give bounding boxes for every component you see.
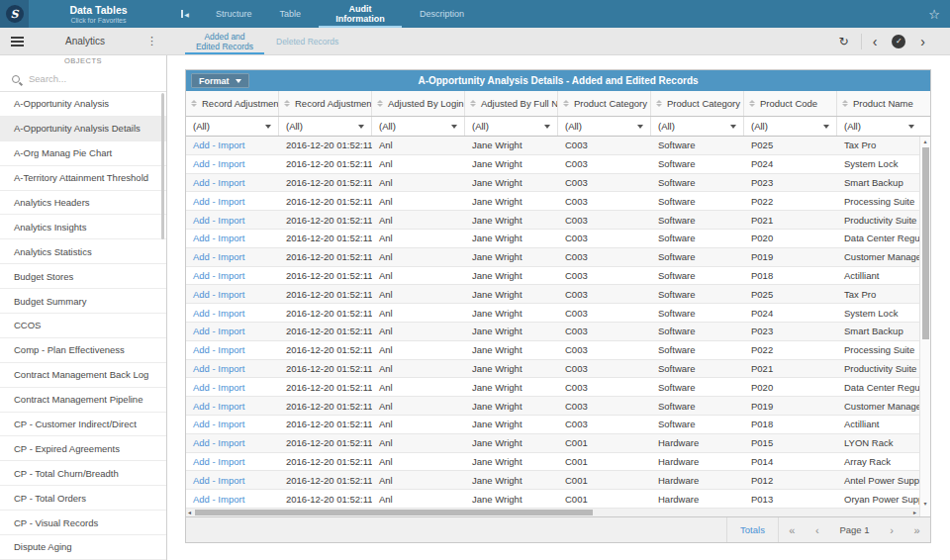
sidebar-item-comp-plan-effectiveness[interactable]: Comp - Plan Effectiveness [0,338,166,363]
sidebar-item-cp-expired-agreements[interactable]: CP - Expired Agreements [0,436,166,461]
collapse-panel-button[interactable]: ◀ [168,0,202,28]
column-header-product-category-id[interactable]: Product Category ID [558,91,651,116]
table-cell: 2016-12-20 01:52:11 [279,270,372,281]
refresh-button[interactable]: ↻ [827,35,861,48]
sidebar-item-a-org-manag-pie-chart[interactable]: A-Org Manag Pie Chart [0,141,166,166]
record-adjustment-link[interactable]: Add - Import [193,363,244,374]
column-header-adjusted-by-full-na[interactable]: Adjusted By Full Na... [465,91,558,116]
search-input[interactable] [29,73,138,84]
tab-structure[interactable]: Structure [202,0,266,28]
record-adjustment-link[interactable]: Add - Import [193,326,244,336]
sidebar-item-contract-management-back-log[interactable]: Contract Management Back Log [0,363,166,388]
record-adjustment-link[interactable]: Add - Import [193,251,244,262]
pagination: « ‹ Page 1 › » [778,517,930,542]
sidebar-item-analytics-insights[interactable]: Analytics Insights [0,215,166,239]
app-logo[interactable]: S [0,0,29,28]
record-adjustment-link[interactable]: Add - Import [193,158,244,169]
record-adjustment-link[interactable]: Add - Import [193,437,244,448]
filter-dropdown-product-category[interactable]: (All) [651,117,744,136]
filter-dropdown-record-adjustment[interactable]: (All) [279,117,372,136]
collapse-panel-icon: ◀ [184,11,189,18]
record-adjustment-link[interactable]: Add - Import [193,401,244,412]
column-header-adjusted-by-login-id[interactable]: Adjusted By Login ID... [372,91,465,116]
apply-button[interactable]: ✓ [892,35,905,48]
column-header-product-code[interactable]: Product Code [744,91,837,116]
app-title-block[interactable]: Data Tables Click for Favorites [29,0,168,28]
record-adjustment-link[interactable]: Add - Import [193,419,244,429]
favorite-star-button[interactable]: ☆ [928,0,950,28]
table-cell: Add - Import [186,196,279,207]
record-adjustment-link[interactable]: Add - Import [193,382,244,393]
sidebar-item-analytics-headers[interactable]: Analytics Headers [0,191,166,216]
vertical-scrollbar[interactable]: ▴ ▾ [919,137,930,509]
filter-dropdown-product-category-id[interactable]: (All) [558,117,651,136]
record-adjustment-link[interactable]: Add - Import [193,308,244,319]
format-button[interactable]: Format [191,73,249,88]
table-cell: P014 [744,456,837,467]
sidebar-item-a-territory-attainment-threshold[interactable]: A-Territory Attainment Threshold [0,166,166,191]
filter-dropdown-product-name[interactable]: (All) [837,117,930,136]
vertical-scroll-thumb[interactable] [922,147,929,339]
record-adjustment-link[interactable]: Add - Import [193,475,244,486]
filter-dropdown-product-code[interactable]: (All) [744,117,837,136]
record-adjustment-link[interactable]: Add - Import [193,196,244,207]
record-adjustment-link[interactable]: Add - Import [193,494,244,505]
record-adjustment-link[interactable]: Add - Import [193,289,244,300]
filter-dropdown-adjusted-by-full-na[interactable]: (All) [465,117,558,136]
sidebar-item-contract-management-pipeline[interactable]: Contract Management Pipeline [0,388,166,413]
column-header-record-adjustment-t[interactable]: Record Adjustment T... [186,91,279,116]
table-cell: Jane Wright [465,289,558,300]
table-cell: Add - Import [186,363,279,374]
sidebar-item-a-opportunity-analysis-details[interactable]: A-Opportunity Analysis Details [0,117,166,141]
scroll-down-icon[interactable]: ▾ [920,499,930,509]
tab-table[interactable]: Table [266,0,316,28]
scroll-left-icon[interactable]: ◂ [188,509,191,516]
prev-page-icon[interactable]: ‹ [815,524,819,536]
column-header-record-adjustment[interactable]: Record Adjustment ... [279,91,372,116]
table-cell: Anl [372,308,465,319]
table-cell: Anl [372,437,465,448]
table-cell: 2016-12-20 01:52:11 [279,363,372,374]
sidebar-item-cp-total-churn-breadth[interactable]: CP - Total Churn/Breadth [0,461,166,486]
record-adjustment-link[interactable]: Add - Import [193,270,244,281]
column-header-product-name[interactable]: Product Name [837,91,930,116]
sidebar-item-cp-visual-records[interactable]: CP - Visual Records [0,511,166,535]
sidebar-scrollbar[interactable] [161,93,164,239]
sidebar-item-cp-total-orders[interactable]: CP - Total Orders [0,486,166,511]
last-page-icon[interactable]: » [914,524,920,536]
totals-link[interactable]: Totals [726,517,778,542]
record-adjustment-link[interactable]: Add - Import [193,456,244,467]
record-adjustment-link[interactable]: Add - Import [193,344,244,355]
record-adjustment-link[interactable]: Add - Import [193,177,244,188]
table-cell: C003 [558,289,651,300]
record-adjustment-link[interactable]: Add - Import [193,215,244,226]
record-adjustment-link[interactable]: Add - Import [193,140,244,150]
next-page-icon[interactable]: › [890,524,894,536]
filter-dropdown-adjusted-by-login-id[interactable]: (All) [372,117,465,136]
subtab-deleted-records[interactable]: Deleted Records [266,28,348,54]
record-adjustment-link[interactable]: Add - Import [193,233,244,243]
subtab-added-and-edited-records[interactable]: Added and Edited Records [183,28,266,54]
scroll-up-icon[interactable]: ▴ [920,137,930,146]
hamburger-menu-button[interactable] [0,28,34,54]
sidebar-item-analytics-statistics[interactable]: Analytics Statistics [0,239,166,264]
horizontal-scroll-thumb[interactable] [195,510,593,515]
sidebar-item-a-opportunity-analysis[interactable]: A-Opportunity Analysis [0,92,166,117]
column-header-product-category[interactable]: Product Category [651,91,744,116]
horizontal-scrollbar[interactable]: ◂ ▸ [186,509,930,516]
kebab-menu-button[interactable]: ⋮ [137,28,167,54]
tab-description[interactable]: Description [406,0,478,28]
sidebar-item-budget-summary[interactable]: Budget Summary [0,289,166,314]
scroll-right-icon[interactable]: ▸ [913,509,916,516]
tab-audit-information[interactable]: Audit Information [315,0,406,28]
filter-value: (All) [565,121,582,132]
sidebar-item-cp-customer-indirect-direct[interactable]: CP - Customer Indirect/Direct [0,413,166,437]
next-button[interactable]: › [909,34,936,49]
first-page-icon[interactable]: « [789,524,795,536]
sidebar-item-ccos[interactable]: CCOS [0,314,166,338]
sidebar-item-budget-stores[interactable]: Budget Stores [0,264,166,289]
table-cell: C003 [558,233,651,243]
filter-dropdown-record-adjustment-t[interactable]: (All) [186,117,279,136]
sidebar-item-dispute-aging[interactable]: Dispute Aging [0,535,166,560]
previous-button[interactable]: ‹ [862,34,889,49]
